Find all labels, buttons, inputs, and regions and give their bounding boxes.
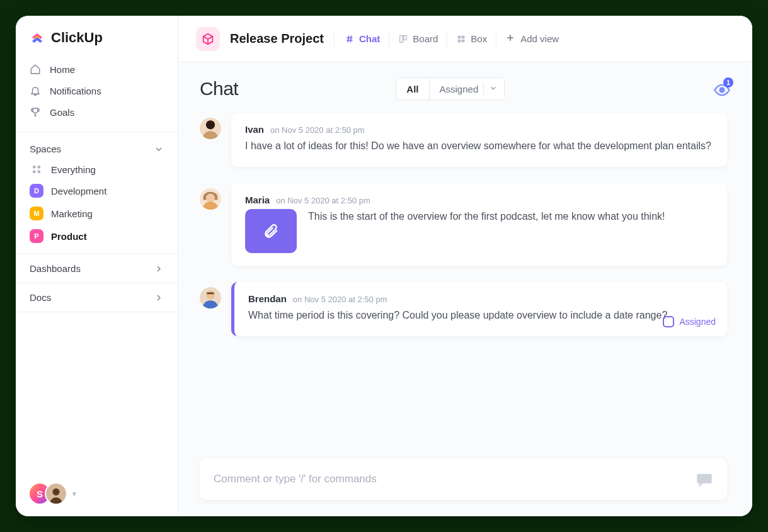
comment-input[interactable] (214, 473, 696, 485)
chevron-right-icon (154, 264, 164, 274)
space-everything[interactable]: Everything (23, 159, 170, 179)
message-timestamp: on Nov 5 2020 at 2:50 pm (270, 125, 365, 135)
message-card[interactable]: Brendan on Nov 5 2020 at 2:50 pm What ti… (231, 282, 727, 336)
svg-point-1 (38, 166, 40, 168)
nav-label: Docs (30, 292, 51, 303)
nav-docs[interactable]: Docs (16, 283, 178, 312)
space-badge: D (30, 184, 43, 198)
nav-home[interactable]: Home (23, 59, 170, 80)
message-body-wrap: This is the start of the overview for th… (245, 209, 713, 253)
view-tab-chat[interactable]: Chat (345, 33, 380, 44)
message-author: Brendan (248, 293, 287, 304)
checkbox-icon[interactable] (663, 316, 674, 327)
separator (447, 31, 447, 47)
bottom-nav: Dashboards Docs (16, 254, 178, 312)
view-tab-box[interactable]: Box (456, 33, 487, 44)
svg-point-3 (38, 171, 40, 173)
separator (496, 31, 496, 47)
composer[interactable] (200, 458, 727, 500)
box-grid-icon (456, 34, 466, 44)
avatar (200, 118, 221, 139)
message-timestamp: on Nov 5 2020 at 2:50 pm (276, 196, 370, 205)
trophy-icon (30, 106, 41, 118)
home-icon (30, 64, 41, 75)
separator (334, 31, 335, 47)
add-view-button[interactable]: Add view (505, 33, 559, 45)
view-label: Box (471, 33, 487, 44)
message-body: I have a lot of ideas for this! Do we ha… (245, 139, 713, 154)
message-card[interactable]: Maria on Nov 5 2020 at 2:50 pm This is t… (231, 183, 727, 266)
messages-list: Ivan on Nov 5 2020 at 2:50 pm I have a l… (178, 106, 752, 349)
message-author: Maria (245, 195, 270, 205)
svg-rect-7 (458, 35, 461, 38)
nav-goals[interactable]: Goals (23, 101, 170, 123)
message-body: This is the start of the overview for th… (308, 209, 665, 225)
space-marketing[interactable]: M Marketing (23, 202, 170, 225)
message-body: What time period is this covering? Could… (248, 308, 713, 324)
paperclip-icon (263, 223, 279, 239)
grid-dots-icon (31, 164, 42, 175)
user-avatars[interactable]: S (28, 482, 67, 505)
svg-point-0 (33, 166, 35, 168)
nav-dashboards[interactable]: Dashboards (16, 254, 178, 283)
main-content: Release Project Chat Board (178, 16, 752, 516)
space-label: Marketing (51, 208, 93, 219)
view-label: Board (413, 33, 438, 44)
message-row: Ivan on Nov 5 2020 at 2:50 pm I have a l… (200, 113, 727, 167)
bell-icon (30, 85, 41, 96)
space-label: Product (51, 231, 87, 242)
sidebar: ClickUp Home Notifications Goals (16, 16, 178, 516)
add-view-label: Add view (520, 33, 559, 44)
topbar: Release Project Chat Board (178, 16, 752, 62)
brand-logo[interactable]: ClickUp (16, 16, 178, 57)
clickup-logo-icon (30, 30, 45, 45)
svg-point-14 (206, 290, 215, 299)
chevron-down-icon (489, 84, 498, 94)
svg-point-2 (33, 171, 35, 173)
filter-assigned-label: Assigned (440, 84, 479, 94)
chat-header: Chat All Assigned 1 (178, 62, 752, 106)
svg-rect-8 (462, 35, 465, 38)
svg-point-13 (206, 193, 215, 202)
view-tabs: Chat Board Box (345, 31, 559, 47)
user-avatar-photo (45, 482, 67, 505)
filter-group: All Assigned (396, 77, 505, 100)
sidebar-footer[interactable]: S ▼ (16, 471, 178, 516)
space-label: Everything (51, 164, 96, 175)
spaces-header[interactable]: Spaces (23, 141, 170, 159)
watchers-count: 1 (723, 77, 733, 88)
nav-label: Dashboards (30, 263, 81, 274)
message-header: Ivan on Nov 5 2020 at 2:50 pm (245, 124, 713, 135)
svg-point-12 (206, 120, 215, 129)
message-card[interactable]: Ivan on Nov 5 2020 at 2:50 pm I have a l… (231, 113, 727, 167)
message-header: Brendan on Nov 5 2020 at 2:50 pm (248, 293, 713, 304)
view-tab-board[interactable]: Board (398, 33, 438, 44)
nav-label: Goals (50, 107, 74, 118)
svg-rect-10 (462, 39, 465, 42)
filter-all[interactable]: All (396, 78, 428, 99)
attachment-tile[interactable] (245, 209, 297, 253)
space-development[interactable]: D Development (23, 179, 170, 202)
message-author: Ivan (245, 124, 264, 135)
nav-notifications[interactable]: Notifications (23, 80, 170, 101)
space-product[interactable]: P Product (23, 225, 170, 247)
assigned-tag[interactable]: Assigned (663, 316, 716, 327)
chat-bubble-icon[interactable] (696, 471, 713, 487)
message-row: Maria on Nov 5 2020 at 2:50 pm This is t… (200, 183, 727, 266)
avatar (200, 287, 221, 308)
filter-assigned[interactable]: Assigned (430, 78, 505, 99)
spaces-section: Spaces Everything D Development M Market… (16, 132, 178, 254)
board-icon (398, 34, 408, 44)
caret-down-icon: ▼ (71, 490, 77, 497)
watchers-button[interactable]: 1 (713, 81, 731, 96)
space-label: Development (51, 186, 106, 196)
svg-point-4 (52, 489, 59, 495)
chevron-right-icon (154, 293, 164, 303)
message-row: Brendan on Nov 5 2020 at 2:50 pm What ti… (200, 282, 727, 336)
nav-label: Home (50, 64, 75, 75)
project-title: Release Project (230, 31, 324, 46)
spaces-header-label: Spaces (30, 144, 61, 154)
avatar (200, 188, 221, 210)
hash-icon (345, 34, 355, 44)
space-badge: M (30, 207, 43, 220)
